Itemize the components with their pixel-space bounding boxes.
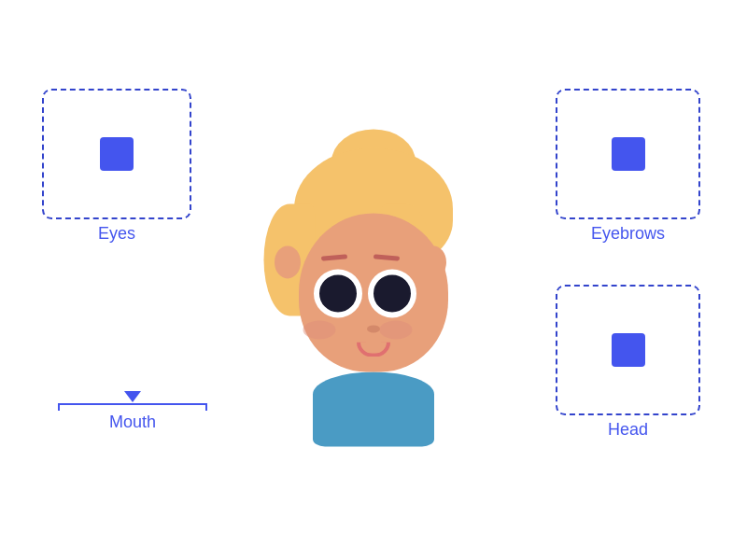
eyebrows-icon bbox=[612, 137, 645, 171]
mouth-arrow bbox=[124, 391, 141, 402]
mouth-label: Mouth bbox=[109, 413, 156, 432]
eyebrows-label: Eyebrows bbox=[591, 224, 665, 244]
head-annotation-box: Head bbox=[556, 285, 700, 415]
eyes-label: Eyes bbox=[98, 224, 135, 244]
cheek-left bbox=[303, 320, 336, 339]
mouth-annotation: Mouth bbox=[58, 392, 207, 432]
head-icon bbox=[612, 333, 645, 367]
cheek-right bbox=[380, 320, 413, 339]
mouth-bracket bbox=[58, 392, 207, 405]
body-shirt bbox=[313, 371, 434, 446]
head-label: Head bbox=[608, 420, 648, 440]
eyebrows-annotation-box: Eyebrows bbox=[556, 89, 700, 219]
eye-right bbox=[368, 269, 416, 317]
eyes-icon bbox=[100, 137, 134, 171]
nose bbox=[367, 325, 380, 332]
scene: Eyes Eyebrows Head Mouth bbox=[0, 0, 747, 560]
eye-left bbox=[314, 269, 362, 317]
ear-left bbox=[275, 245, 301, 278]
mouth-bracket-line bbox=[58, 403, 207, 405]
eyes-annotation-box: Eyes bbox=[42, 89, 191, 219]
character bbox=[280, 91, 467, 483]
